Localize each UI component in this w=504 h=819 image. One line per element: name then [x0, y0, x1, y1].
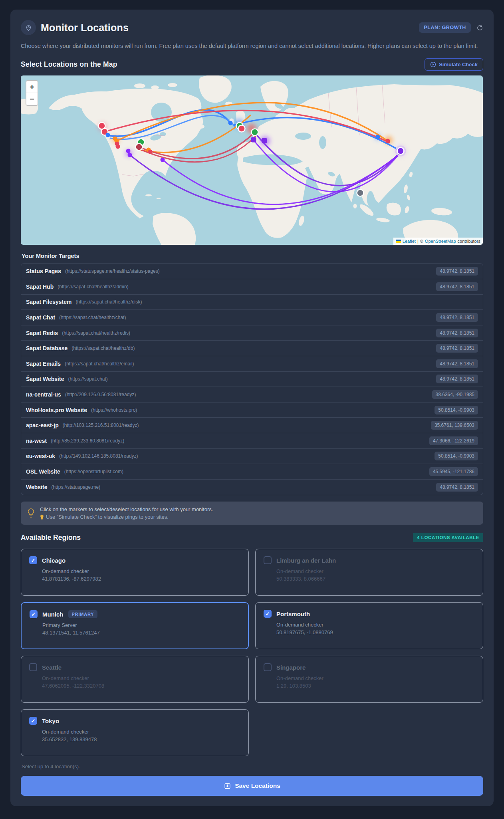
region-checkbox[interactable] — [29, 663, 37, 671]
target-url: (http://209.126.0.56:8081/readyz) — [65, 392, 136, 397]
openstreetmap-link[interactable]: OpenStreetMap — [425, 239, 456, 244]
target-coordinates-chip: 48.9742, 8.1851 — [436, 329, 478, 337]
target-url: (https://sapat.chat/healthz/redis) — [62, 330, 130, 336]
panel-header: Monitor Locations PLAN: GROWTH — [21, 20, 483, 35]
map-marker-purple-square-b[interactable] — [262, 138, 267, 143]
target-coordinates-chip: 47.3066, -122.2619 — [429, 436, 478, 445]
region-type: On-demand checker — [42, 729, 240, 735]
leaflet-link[interactable]: Leaflet — [403, 239, 416, 244]
region-name: Tokyo — [42, 718, 59, 724]
region-card-singapore[interactable]: Singapore On-demand checker 1.29, 103.85… — [255, 656, 483, 703]
region-name: Limburg an der Lahn — [276, 557, 336, 564]
map-marker-portsmouth-marker[interactable] — [238, 125, 245, 132]
world-map-svg — [21, 75, 483, 245]
target-url: (https://sapat.chat) — [68, 376, 107, 382]
tip-line-2: Use "Simulate Check" to visualize pings … — [40, 514, 213, 520]
target-name: Website — [26, 484, 47, 490]
target-url: (http://85.239.233.60:8081/readyz) — [51, 438, 124, 444]
region-card-portsmouth[interactable]: ✓ Portsmouth On-demand checker 50.819767… — [255, 602, 483, 649]
target-row: Sapat Database (https://sapat.chat/healt… — [21, 341, 483, 356]
map-marker-na-central-marker[interactable] — [136, 144, 143, 151]
map-marker-purple-dot-c[interactable] — [161, 158, 165, 162]
region-card-limburg-an-der-lahn[interactable]: Limburg an der Lahn On-demand checker 50… — [255, 549, 483, 596]
simulate-check-button[interactable]: Simulate Check — [425, 58, 483, 71]
region-card-seattle[interactable]: Seattle On-demand checker 47.6062095, -1… — [21, 656, 249, 703]
tip-line-1: Click on the markers to select/deselect … — [40, 506, 213, 512]
map-marker-red-dot-b[interactable] — [116, 145, 120, 149]
target-url: (https://sapat.chat/healthz/db) — [71, 345, 135, 351]
locations-available-badge: 4 LOCATIONS AVAILABLE — [413, 533, 483, 542]
region-coordinates: 48.1371541, 11.5761247 — [42, 630, 240, 636]
region-checkbox[interactable]: ✓ — [29, 717, 37, 725]
target-name: Sapat Chat — [26, 314, 55, 321]
region-checkbox[interactable]: ✓ — [264, 610, 272, 618]
region-type: On-demand checker — [42, 675, 240, 681]
region-name: Singapore — [276, 664, 306, 671]
target-row: WhoHosts.pro Website (https://whohosts.p… — [21, 403, 483, 418]
target-url: (http://149.102.146.185:8081/readyz) — [59, 453, 138, 459]
zoom-out-button[interactable]: − — [26, 93, 38, 105]
target-name: Sapat Database — [26, 345, 67, 351]
region-coordinates: 50.8197675, -1.0880769 — [276, 629, 475, 635]
map-marker-us-blue-dot[interactable] — [106, 133, 110, 137]
region-card-munich[interactable]: ✓ Munich PRIMARY Primary Server 48.13715… — [21, 602, 249, 649]
map-landmasses — [21, 75, 483, 245]
map-marker-purple-dot-b[interactable] — [128, 153, 132, 157]
map-marker-asia-red-dot[interactable] — [386, 139, 390, 143]
map-marker-singapore-marker[interactable] — [357, 190, 364, 196]
map-marker-tokyo-marker[interactable] — [396, 146, 405, 156]
region-name: Portsmouth — [276, 611, 310, 617]
target-coordinates-chip: 48.9742, 8.1851 — [436, 267, 478, 276]
target-coordinates-chip: 50.8514, -0.9903 — [435, 406, 478, 414]
regions-section-title: Available Regions — [21, 533, 81, 542]
region-type: On-demand checker — [276, 675, 475, 681]
region-card-tokyo[interactable]: ✓ Tokyo On-demand checker 35.652832, 139… — [21, 709, 249, 756]
target-name: Sapat Filesystem — [26, 299, 71, 305]
target-coordinates-chip: 48.9742, 8.1851 — [436, 483, 478, 492]
lightbulb-icon — [27, 508, 35, 518]
target-name: eu-west-uk — [26, 453, 55, 459]
region-checkbox[interactable]: ✓ — [29, 556, 37, 564]
region-card-chicago[interactable]: ✓ Chicago On-demand checker 41.8781136, … — [21, 549, 249, 596]
target-name: OSL Website — [26, 468, 60, 475]
target-row: Šapat Website (https://sapat.chat) 48.97… — [21, 372, 483, 387]
target-name: na-central-us — [26, 391, 61, 398]
target-row: Sapat Emails (https://sapat.chat/healthz… — [21, 356, 483, 372]
region-checkbox[interactable]: ✓ — [30, 610, 38, 618]
map-marker-red-dot-c[interactable] — [148, 150, 153, 154]
map-marker-europe-blue-dot[interactable] — [228, 121, 233, 125]
map-marker-munich-marker[interactable] — [252, 129, 258, 136]
region-checkbox[interactable] — [264, 663, 272, 671]
target-name: na-west — [26, 438, 47, 444]
ukraine-flag-icon — [396, 240, 401, 243]
region-checkbox[interactable] — [264, 556, 272, 564]
zoom-in-button[interactable]: + — [26, 81, 38, 93]
target-coordinates-chip: 45.5945, -121.1786 — [429, 467, 478, 476]
region-type: On-demand checker — [42, 568, 240, 574]
target-row: Sapat Redis (https://sapat.chat/healthz/… — [21, 325, 483, 341]
target-name: Sapat Redis — [26, 330, 58, 336]
map-marker-purple-dot-a[interactable] — [126, 149, 131, 153]
target-row: Sapat Hub (https://sapat.chat/healthz/ad… — [21, 279, 483, 295]
target-row: Website (https://statuspage.me) 48.9742,… — [21, 480, 483, 495]
target-coordinates-chip: 48.9742, 8.1851 — [436, 344, 478, 353]
monitor-targets-list: Status Pages (https://statuspage.me/heal… — [21, 263, 483, 495]
save-icon — [224, 782, 231, 790]
target-url: (https://statuspage.me) — [51, 484, 100, 490]
leaflet-map[interactable]: + − Leaflet | © OpenStreetMap contributo… — [21, 75, 483, 245]
target-coordinates-chip: 48.9742, 8.1851 — [436, 375, 478, 383]
primary-badge: PRIMARY — [68, 610, 98, 618]
refresh-icon[interactable] — [476, 24, 483, 31]
target-coordinates-chip: 35.6761, 139.6503 — [431, 421, 478, 430]
target-name: WhoHosts.pro Website — [26, 407, 87, 413]
target-url: (http://103.125.216.51:8081/readyz) — [63, 422, 139, 428]
region-coordinates: 35.652832, 139.839478 — [42, 736, 240, 742]
region-type: On-demand checker — [276, 622, 475, 628]
save-locations-button[interactable]: Save Locations — [21, 776, 483, 796]
map-marker-asia-blue-dot[interactable] — [376, 135, 380, 139]
selection-limit-note: Select up to 4 location(s). — [22, 763, 483, 769]
target-row: eu-west-uk (http://149.102.146.185:8081/… — [21, 449, 483, 464]
map-marker-purple-square-a[interactable] — [251, 137, 256, 143]
target-url: (https://sapat.chat/healthz/email) — [65, 361, 134, 367]
target-coordinates-chip: 50.8514, -0.9903 — [435, 452, 478, 460]
